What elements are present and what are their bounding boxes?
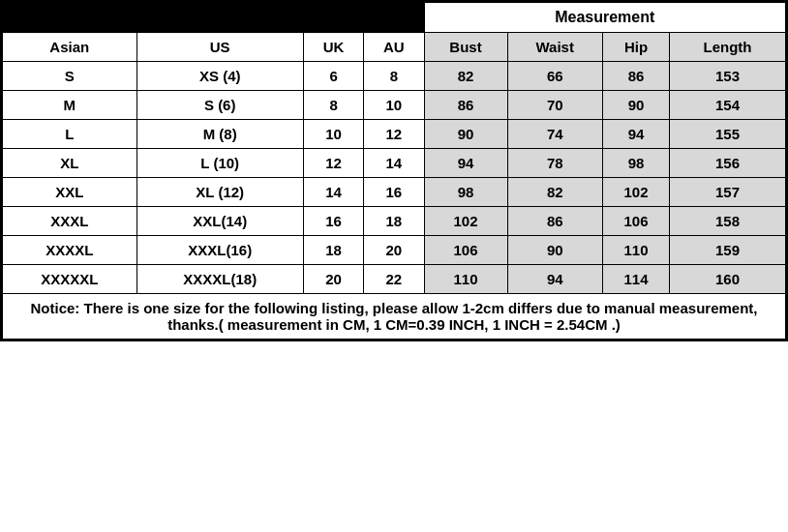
cell-length: 156	[670, 149, 786, 178]
cell-asian: XXL	[3, 178, 137, 207]
cell-uk: 18	[303, 236, 363, 265]
cell-bust: 110	[424, 265, 507, 294]
cell-waist: 94	[507, 265, 602, 294]
col-header-waist: Waist	[507, 33, 602, 62]
table-row: XXXXXLXXXXL(18)202211094114160	[3, 265, 786, 294]
cell-hip: 90	[602, 91, 669, 120]
cell-hip: 86	[602, 62, 669, 91]
cell-us: L (10)	[136, 149, 303, 178]
empty-us	[136, 3, 303, 33]
table-row: XLL (10)1214947898156	[3, 149, 786, 178]
cell-waist: 78	[507, 149, 602, 178]
cell-us: XL (12)	[136, 178, 303, 207]
empty-uk	[303, 3, 363, 33]
cell-asian: S	[3, 62, 137, 91]
cell-us: M (8)	[136, 120, 303, 149]
cell-us: S (6)	[136, 91, 303, 120]
notice-text: Notice: There is one size for the follow…	[3, 294, 786, 340]
cell-au: 14	[364, 149, 424, 178]
table-row: XXXLXXL(14)161810286106158	[3, 207, 786, 236]
cell-bust: 86	[424, 91, 507, 120]
table-row: MS (6)810867090154	[3, 91, 786, 120]
cell-us: XXXXL(18)	[136, 265, 303, 294]
sub-header-row: Asian US UK AU Bust Waist Hip Length	[3, 33, 786, 62]
table-row: LM (8)1012907494155	[3, 120, 786, 149]
cell-length: 155	[670, 120, 786, 149]
cell-hip: 94	[602, 120, 669, 149]
cell-uk: 8	[303, 91, 363, 120]
cell-uk: 14	[303, 178, 363, 207]
cell-au: 20	[364, 236, 424, 265]
cell-hip: 110	[602, 236, 669, 265]
cell-bust: 90	[424, 120, 507, 149]
cell-uk: 12	[303, 149, 363, 178]
cell-us: XXL(14)	[136, 207, 303, 236]
cell-asian: XL	[3, 149, 137, 178]
cell-uk: 6	[303, 62, 363, 91]
top-header-row: Measurement	[3, 3, 786, 33]
cell-uk: 20	[303, 265, 363, 294]
cell-bust: 98	[424, 178, 507, 207]
col-header-asian: Asian	[3, 33, 137, 62]
table-row: SXS (4)68826686153	[3, 62, 786, 91]
cell-au: 18	[364, 207, 424, 236]
notice-row: Notice: There is one size for the follow…	[3, 294, 786, 340]
table-row: XXLXL (12)14169882102157	[3, 178, 786, 207]
cell-us: XS (4)	[136, 62, 303, 91]
cell-hip: 106	[602, 207, 669, 236]
cell-waist: 66	[507, 62, 602, 91]
cell-us: XXXL(16)	[136, 236, 303, 265]
cell-waist: 74	[507, 120, 602, 149]
size-chart-table: Measurement Asian US UK AU Bust Waist Hi…	[2, 2, 786, 340]
size-chart-container: Measurement Asian US UK AU Bust Waist Hi…	[0, 0, 788, 341]
cell-length: 153	[670, 62, 786, 91]
cell-uk: 16	[303, 207, 363, 236]
cell-asian: L	[3, 120, 137, 149]
cell-length: 157	[670, 178, 786, 207]
col-header-uk: UK	[303, 33, 363, 62]
cell-length: 160	[670, 265, 786, 294]
cell-length: 154	[670, 91, 786, 120]
cell-asian: XXXXXL	[3, 265, 137, 294]
empty-asian	[3, 3, 137, 33]
cell-length: 158	[670, 207, 786, 236]
cell-bust: 106	[424, 236, 507, 265]
table-row: XXXXLXXXL(16)182010690110159	[3, 236, 786, 265]
cell-bust: 102	[424, 207, 507, 236]
col-header-us: US	[136, 33, 303, 62]
cell-au: 8	[364, 62, 424, 91]
cell-waist: 82	[507, 178, 602, 207]
cell-asian: XXXL	[3, 207, 137, 236]
cell-au: 22	[364, 265, 424, 294]
cell-hip: 102	[602, 178, 669, 207]
col-header-au: AU	[364, 33, 424, 62]
col-header-hip: Hip	[602, 33, 669, 62]
cell-asian: M	[3, 91, 137, 120]
cell-waist: 70	[507, 91, 602, 120]
cell-uk: 10	[303, 120, 363, 149]
col-header-length: Length	[670, 33, 786, 62]
cell-waist: 90	[507, 236, 602, 265]
measurement-header: Measurement	[424, 3, 786, 33]
cell-au: 12	[364, 120, 424, 149]
cell-bust: 94	[424, 149, 507, 178]
cell-waist: 86	[507, 207, 602, 236]
cell-asian: XXXXL	[3, 236, 137, 265]
cell-bust: 82	[424, 62, 507, 91]
cell-au: 10	[364, 91, 424, 120]
cell-hip: 114	[602, 265, 669, 294]
cell-au: 16	[364, 178, 424, 207]
cell-hip: 98	[602, 149, 669, 178]
empty-au	[364, 3, 424, 33]
table-body: SXS (4)68826686153MS (6)810867090154LM (…	[3, 62, 786, 294]
cell-length: 159	[670, 236, 786, 265]
col-header-bust: Bust	[424, 33, 507, 62]
